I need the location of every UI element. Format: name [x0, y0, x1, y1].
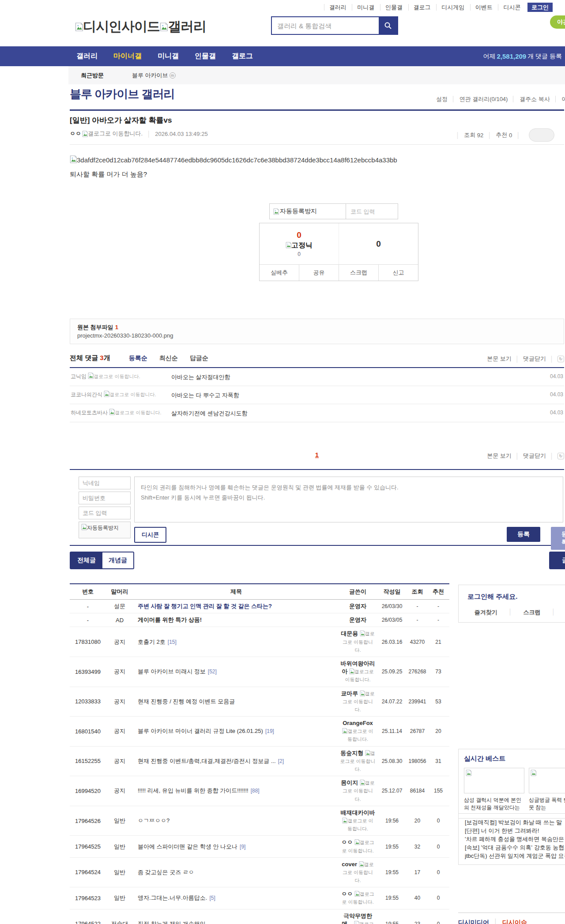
news-item[interactable]: '차르 폐하께 충성을 맹세하면 목숨만은 살려... [465, 835, 565, 843]
post-author[interactable]: 쿄마루 갤로그로 이동합니다. [339, 687, 377, 717]
post-author[interactable]: 극악무명한메... 갤로그로 이동합니다. [339, 909, 377, 924]
table-row[interactable]: 17964526 일반 ㅇㄱㅉㅇㅇ? 배재대카이바 갤로그로 이동합니다. 19… [70, 806, 449, 836]
search-button[interactable] [379, 17, 397, 34]
post-category[interactable]: 공지 [106, 717, 133, 747]
post-link[interactable]: 현재 진행중 / 진행 예정 이벤트 모음글 [138, 698, 237, 705]
news-item[interactable]: [속보] '억대 금품수수 의혹' 강호동 농협회장... [465, 843, 565, 852]
comment-author[interactable]: 고닉임 갤로그로 이동합니다. [71, 372, 171, 381]
top-link[interactable]: 이벤트 [470, 4, 493, 11]
top-link[interactable]: 갤러리 [324, 4, 347, 11]
close-comments-link[interactable]: 댓글닫기 [523, 355, 546, 363]
post-author[interactable]: 몸이지 갤로그로 이동합니다. [339, 776, 377, 806]
top-link[interactable]: 디시콘 [498, 4, 520, 11]
post-author[interactable]: 동숲지형 갤로그로 이동합니다. [339, 746, 377, 776]
gallery-header-link[interactable]: 연관 갤러리(0/104) [460, 96, 514, 102]
comment-submit-secondary-button[interactable]: 등록 [551, 527, 565, 550]
comment-sort-tab[interactable]: 답글순 [190, 354, 208, 362]
post-link[interactable]: !!!!! 리세, 유입 뉴비를 위한 종합 가이드!!!!!!![88] [138, 787, 260, 794]
post-link[interactable]: 호출기 2호[15] [138, 639, 177, 645]
page-1[interactable]: 1 [315, 451, 319, 458]
gallery-header-link[interactable]: 이용안내 [561, 96, 565, 102]
table-row[interactable]: 17964525 일반 블아에 스파이더맨 같은 학생 안 나오나[9] ㅇㅇ … [70, 836, 449, 857]
post-link[interactable]: 블루 아카이브 마이너 갤러리 규정 Lite (26.01.25)[19] [138, 728, 274, 734]
table-row[interactable]: 17964524 일반 좀 갖고싶은 굿즈 ㄹㅇ cover 갤로그로 이동합니… [70, 857, 449, 887]
refresh-icon[interactable]: ↻ [557, 453, 564, 459]
fixed-nick-vote[interactable]: 0 고정닉 0 [260, 223, 339, 264]
comment-textarea[interactable]: 타인의 권리를 침해하거나 명예를 훼손하는 댓글은 운영원칙 및 관련 법률에… [134, 477, 563, 522]
breadcrumb-gallery-link[interactable]: 블루 아카이브m [132, 71, 176, 79]
post-link[interactable]: ㅇㄱㅉㅇㅇ? [138, 817, 172, 824]
close-comments-link[interactable]: 댓글닫기 [523, 452, 546, 460]
scrap-button[interactable]: 스크랩 [339, 265, 378, 281]
post-author[interactable]: ㅇㅇ 갤로그로 이동합니다. [339, 887, 377, 909]
comment-row[interactable]: 하네모토츠바사 갤로그로 이동합니다. 살자하기전에 센남건강시도함 04.03 [70, 404, 564, 422]
news-item[interactable]: [단편] 너 이거 한번 그려봐라! [465, 826, 565, 835]
post-category[interactable]: 공지 [106, 687, 133, 717]
post-link[interactable]: 앵자.그대는.너무.아름답소.[5] [138, 894, 215, 901]
write-post-button[interactable]: 글쓰기 [549, 552, 565, 569]
post-category[interactable]: 일반 [106, 836, 133, 857]
post-category[interactable]: 공지 [106, 657, 133, 687]
best-item[interactable]: 싱글벙글 폭력 탄 사람도 못 참는 [529, 768, 565, 812]
post-category[interactable]: 공지 [106, 776, 133, 806]
post-category[interactable]: AD [106, 613, 133, 627]
post-link[interactable]: 게이머를 위한 특가 상품! [138, 616, 204, 623]
view-post-link[interactable]: 본문 보기 [487, 452, 512, 460]
table-row[interactable]: 16152255 공지 현재 진행중 이벤트/총력,대결,제결전/증전시 정보글… [70, 746, 449, 776]
table-row[interactable]: 17964522 전술대 직접 찾는게 제일 개손해임 극악무명한메... 갤로… [70, 909, 449, 924]
top-link[interactable]: 디시게임 [436, 4, 464, 11]
post-author[interactable]: 배재대카이바 갤로그로 이동합니다. [339, 806, 377, 836]
table-row[interactable]: - 설문 주변 사람 잘 챙기고 인맥 관리 잘 할 것 같은 스타는? 운영자… [70, 600, 449, 613]
comment-toggle-pill[interactable] [529, 128, 554, 142]
comment-sort-tab[interactable]: 최신순 [159, 354, 178, 362]
best-item[interactable]: 삼성 갤럭시 덕분에 본인의 천재성을 깨달았다는 [464, 768, 524, 812]
dccon-button[interactable]: 디시콘 [134, 527, 166, 543]
table-row[interactable]: 16801540 공지 블루 아카이브 마이너 갤러리 규정 Lite (26.… [70, 717, 449, 747]
post-author[interactable]: 바위여왕아리아 갤로그로 이동합니다. [339, 657, 377, 687]
nav-item[interactable]: 마이너갤 [113, 52, 142, 61]
post-link[interactable]: 블루 아카이브 미래시 정보[52] [138, 668, 217, 675]
top-link[interactable]: 로그인 [527, 3, 553, 12]
post-author[interactable]: 대문용 갤로그로 이동합니다. [339, 627, 377, 657]
comment-row[interactable]: 코코나의간식 갤로그로 이동합니다. 아바오는 다 뿌수고 자폭함 04.03 [70, 386, 564, 404]
post-category[interactable]: 일반 [106, 857, 133, 887]
night-mode-toggle[interactable]: 야간 모드 [550, 15, 565, 29]
post-link[interactable]: 좀 갖고싶은 굿즈 ㄹㅇ [138, 869, 196, 875]
attachment-filename[interactable]: projectmx-20260330-180230-000.png [77, 332, 173, 339]
share-button[interactable]: 공유 [299, 265, 339, 281]
top-link[interactable]: 미니갤 [352, 4, 374, 11]
news-item[interactable]: jtbc단독) 선관위 일지에 계엄군 폭압 요구되... [465, 852, 565, 860]
scrap-link[interactable]: 스크랩 [520, 608, 543, 616]
post-author[interactable]: 운영자 [339, 600, 377, 613]
post-category[interactable]: 전술대 [106, 909, 133, 924]
post-author[interactable]: 운영자 [339, 613, 377, 627]
comment-row[interactable]: 고닉임 갤로그로 이동합니다. 아바오는 살자절대안함 04.03 [70, 368, 564, 386]
post-author[interactable]: OrangeFox 갤로그로 이동합니다. [339, 717, 377, 747]
comment-author[interactable]: 코코나의간식 갤로그로 이동합니다. [71, 391, 171, 399]
table-row[interactable]: 17831080 공지 호출기 2호[15] 대문용 갤로그로 이동합니다. 2… [70, 627, 449, 657]
password-field[interactable] [79, 492, 131, 504]
post-category[interactable]: 설문 [106, 600, 133, 613]
view-post-link[interactable]: 본문 보기 [487, 355, 512, 363]
dc-issue-tab[interactable]: 디시이슈 [502, 919, 527, 924]
post-category[interactable]: 일반 [106, 887, 133, 909]
table-row[interactable]: 16393499 공지 블루 아카이브 미래시 정보[52] 바위여왕아리아 갤… [70, 657, 449, 687]
search-input[interactable] [272, 17, 379, 34]
post-link[interactable]: 주변 사람 잘 챙기고 인맥 관리 잘 할 것 같은 스타는? [138, 603, 274, 609]
table-row[interactable]: 16994520 공지 !!!!! 리세, 유입 뉴비를 위한 종합 가이드!!… [70, 776, 449, 806]
comment-submit-button[interactable]: 등록 [507, 527, 540, 542]
realtime-best-button[interactable]: 실베추 [260, 265, 299, 281]
report-button[interactable]: 신고 [378, 265, 418, 281]
nav-item[interactable]: 갤로그 [232, 52, 253, 61]
news-item[interactable]: [보검매직컬] 박보검이 화날 때 쓰는 말 [465, 818, 565, 826]
refresh-icon[interactable]: ↻ [557, 356, 564, 362]
post-category[interactable]: 공지 [106, 746, 133, 776]
gallery-header-link[interactable]: 갤주소 복사 [520, 96, 556, 102]
nav-item[interactable]: 미니갤 [158, 52, 179, 61]
post-link[interactable]: 블아에 스파이더맨 같은 학생 안 나오나[9] [138, 843, 245, 850]
post-category[interactable]: 일반 [106, 806, 133, 836]
table-row[interactable]: - AD 게이머를 위한 특가 상품! 운영자 26/03/05 - - [70, 613, 449, 627]
comment-code-field[interactable] [79, 507, 131, 519]
post-link[interactable]: 현재 진행중 이벤트/총력,대결,제결전/증전시 정보글 ...[2] [138, 758, 284, 764]
site-logo[interactable]: 디시인사이드갤러리 [75, 18, 206, 36]
